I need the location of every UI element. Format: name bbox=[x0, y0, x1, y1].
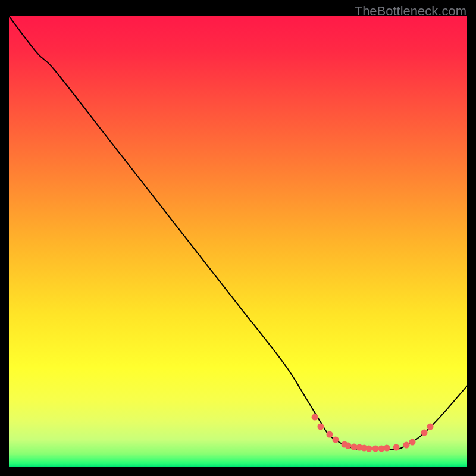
highlight-dot bbox=[409, 439, 415, 446]
highlight-dot bbox=[421, 430, 428, 436]
bottleneck-curve bbox=[9, 16, 467, 449]
chart-frame: TheBottleneck.com bbox=[0, 0, 476, 476]
curve-layer bbox=[9, 16, 467, 467]
highlight-dot bbox=[333, 436, 339, 443]
highlight-dot bbox=[327, 431, 333, 438]
highlight-dot bbox=[393, 444, 400, 450]
highlight-dot bbox=[317, 423, 324, 430]
highlight-dot bbox=[366, 445, 372, 452]
highlight-dot bbox=[427, 423, 433, 430]
highlight-dot bbox=[384, 445, 390, 452]
highlight-dot bbox=[311, 414, 318, 420]
plot-area bbox=[9, 16, 467, 467]
